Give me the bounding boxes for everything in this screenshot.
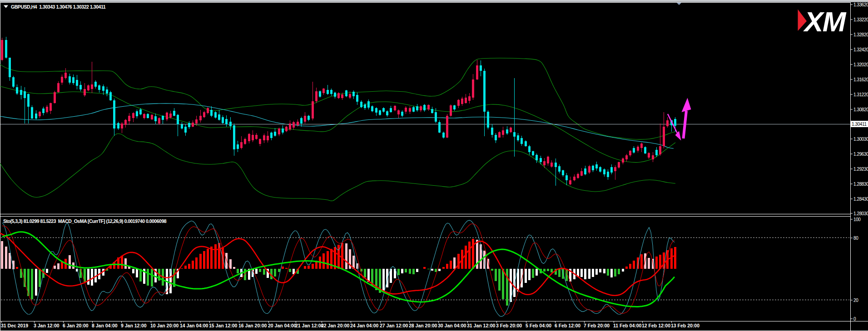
svg-text:GBPUSD,H4 1.30343 1.30476 1.3: GBPUSD,H4 1.30343 1.30476 1.30322 1.3041…	[11, 4, 106, 10]
svg-text:1.29630: 1.29630	[853, 152, 868, 157]
svg-text:31 Dec 2019: 31 Dec 2019	[1, 323, 28, 328]
svg-text:100: 100	[853, 217, 861, 222]
svg-text:11 Feb 04:00: 11 Feb 04:00	[613, 323, 642, 328]
svg-text:1.32820: 1.32820	[853, 32, 868, 37]
svg-text:1.28430: 1.28430	[853, 197, 868, 202]
svg-text:5 Feb 04:00: 5 Feb 04:00	[526, 323, 551, 328]
svg-text:6 Feb 12:00: 6 Feb 12:00	[555, 323, 580, 328]
svg-text:24 Jan 04:00: 24 Jan 04:00	[350, 323, 379, 328]
svg-text:1.28830: 1.28830	[853, 182, 868, 187]
svg-text:1.31220: 1.31220	[853, 92, 868, 97]
svg-text:1.32420: 1.32420	[853, 47, 868, 52]
svg-text:1.28030: 1.28030	[853, 211, 868, 216]
svg-text:12 Feb 12:00: 12 Feb 12:00	[642, 323, 670, 328]
svg-text:20: 20	[853, 298, 858, 303]
svg-text:1.31620: 1.31620	[853, 77, 868, 82]
svg-text:13 Feb 20:00: 13 Feb 20:00	[671, 323, 699, 328]
svg-text:1.33620: 1.33620	[853, 2, 868, 7]
svg-text:1.30030: 1.30030	[853, 137, 868, 142]
svg-text:9 Jan 12:00: 9 Jan 12:00	[121, 323, 147, 328]
svg-text:8 Jan 04:00: 8 Jan 04:00	[92, 323, 118, 328]
svg-text:22 Jan 20:00: 22 Jan 20:00	[321, 323, 350, 328]
svg-text:1.29230: 1.29230	[853, 167, 868, 172]
svg-text:20 Jan 04:00: 20 Jan 04:00	[268, 323, 297, 328]
svg-text:14 Jan 04:00: 14 Jan 04:00	[180, 323, 208, 328]
svg-text:30 Jan 04:00: 30 Jan 04:00	[438, 323, 466, 328]
svg-text:3 Jan 12:00: 3 Jan 12:00	[34, 323, 60, 328]
svg-text:15 Jan 12:00: 15 Jan 12:00	[209, 323, 238, 328]
svg-text:10 Jan 20:00: 10 Jan 20:00	[150, 323, 179, 328]
svg-text:16 Jan 20:00: 16 Jan 20:00	[238, 323, 267, 328]
svg-text:27 Jan 12:00: 27 Jan 12:00	[380, 323, 408, 328]
svg-text:80: 80	[853, 236, 858, 241]
svg-text:1.30411: 1.30411	[852, 122, 867, 127]
svg-text:31 Jan 12:00: 31 Jan 12:00	[467, 323, 496, 328]
svg-text:0: 0	[853, 316, 856, 321]
svg-text:21 Jan 12:00: 21 Jan 12:00	[295, 323, 324, 328]
svg-text:Sto(5,3,3) 81.0299 81.5223 MA: Sto(5,3,3) 81.0299 81.5223 MACD_OsMA [Cu…	[3, 218, 167, 224]
svg-text:28 Jan 20:00: 28 Jan 20:00	[409, 323, 437, 328]
svg-text:7 Feb 20:00: 7 Feb 20:00	[584, 323, 610, 328]
svg-text:XM: XM	[803, 6, 847, 37]
svg-text:1.32020: 1.32020	[853, 62, 868, 67]
svg-text:1.33220: 1.33220	[853, 17, 868, 22]
svg-text:3 Feb 20:00: 3 Feb 20:00	[496, 323, 522, 328]
svg-text:1.30820: 1.30820	[853, 107, 868, 112]
svg-text:6 Jan 20:00: 6 Jan 20:00	[63, 323, 89, 328]
